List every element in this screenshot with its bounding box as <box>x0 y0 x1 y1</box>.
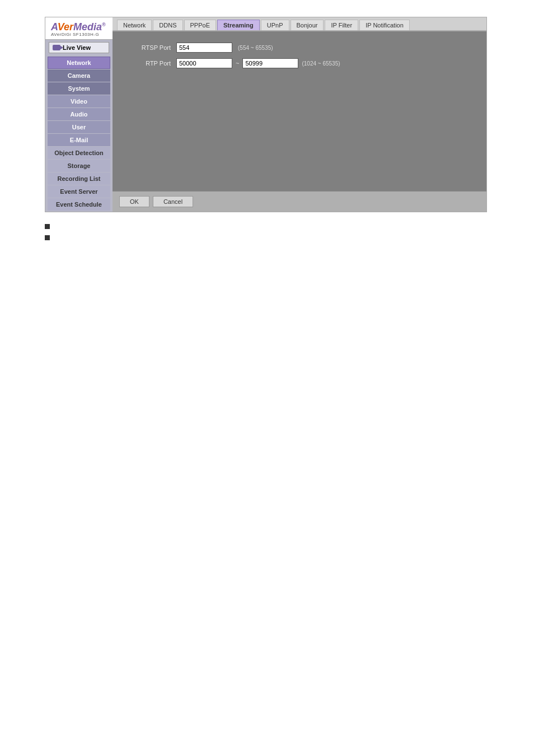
sidebar-item-recording-list[interactable]: Recording List <box>48 172 110 185</box>
streaming-content: RTSP Port (554 ~ 65535) RTP Port ~ (1024… <box>113 31 486 191</box>
sidebar-item-event-server[interactable]: Event Server <box>48 185 110 198</box>
sidebar-nav: Network Camera System Video Audio User E… <box>45 55 113 212</box>
ok-button[interactable]: OK <box>119 196 149 207</box>
rtsp-port-label: RTSP Port <box>126 44 171 51</box>
main-content: Network DDNS PPPoE Streaming UPnP Bonjou… <box>113 17 486 212</box>
sidebar-item-event-schedule[interactable]: Event Schedule <box>48 198 110 211</box>
cancel-button[interactable]: Cancel <box>153 196 193 207</box>
rtp-port-range: ~ (1024 ~ 65535) <box>176 58 340 68</box>
sidebar-item-system[interactable]: System <box>48 82 110 95</box>
rtp-port-row: RTP Port ~ (1024 ~ 65535) <box>126 58 473 68</box>
tab-pppoe[interactable]: PPPoE <box>184 20 216 30</box>
live-view-button[interactable]: Live View <box>49 42 109 53</box>
logo-avermedia: AVerMedia® <box>51 22 107 32</box>
sidebar-logo: AVerMedia® AVerDiGi SF1303H-G <box>45 17 113 40</box>
sidebar-item-network[interactable]: Network <box>48 57 110 69</box>
tab-upnp[interactable]: UPnP <box>261 20 289 30</box>
sidebar-item-video[interactable]: Video <box>48 95 110 108</box>
bullet-square-2 <box>45 235 50 240</box>
rtsp-port-input[interactable] <box>176 43 232 53</box>
bullet-item-2 <box>45 234 489 240</box>
rtp-port-label: RTP Port <box>126 60 171 67</box>
sidebar-item-email[interactable]: E-Mail <box>48 134 110 146</box>
tab-streaming[interactable]: Streaming <box>217 20 260 30</box>
tab-ip-notification[interactable]: IP Notification <box>359 20 410 30</box>
bullet-list <box>45 222 489 240</box>
bullet-square-1 <box>45 224 50 229</box>
rtsp-port-row: RTSP Port (554 ~ 65535) <box>126 43 473 53</box>
sidebar: AVerMedia® AVerDiGi SF1303H-G Live View … <box>45 17 113 212</box>
sidebar-item-storage[interactable]: Storage <box>48 160 110 172</box>
tab-bonjour[interactable]: Bonjour <box>291 20 324 30</box>
page-wrapper: AVerMedia® AVerDiGi SF1303H-G Live View … <box>0 0 534 262</box>
rtp-port-separator: ~ <box>236 60 239 67</box>
logo-subtitle: AVerDiGi SF1303H-G <box>51 32 107 37</box>
tab-ip-filter[interactable]: IP Filter <box>325 20 358 30</box>
app-window: AVerMedia® AVerDiGi SF1303H-G Live View … <box>45 17 487 212</box>
rtp-port-hint: (1024 ~ 65535) <box>302 60 340 67</box>
rtp-port-end-input[interactable] <box>242 58 298 68</box>
live-view-icon <box>53 45 60 50</box>
bottom-bar: OK Cancel <box>113 191 486 212</box>
rtsp-port-hint: (554 ~ 65535) <box>238 45 273 51</box>
sidebar-item-user[interactable]: User <box>48 121 110 133</box>
sidebar-item-audio[interactable]: Audio <box>48 108 110 120</box>
sidebar-item-object-detection[interactable]: Object Detection <box>48 147 110 159</box>
bullet-item-1 <box>45 222 489 229</box>
live-view-label: Live View <box>63 44 91 51</box>
sidebar-item-camera[interactable]: Camera <box>48 69 110 82</box>
tab-ddns[interactable]: DDNS <box>153 20 182 30</box>
rtp-port-start-input[interactable] <box>176 58 232 68</box>
tab-network[interactable]: Network <box>117 20 152 30</box>
tabs-bar: Network DDNS PPPoE Streaming UPnP Bonjou… <box>113 17 486 31</box>
